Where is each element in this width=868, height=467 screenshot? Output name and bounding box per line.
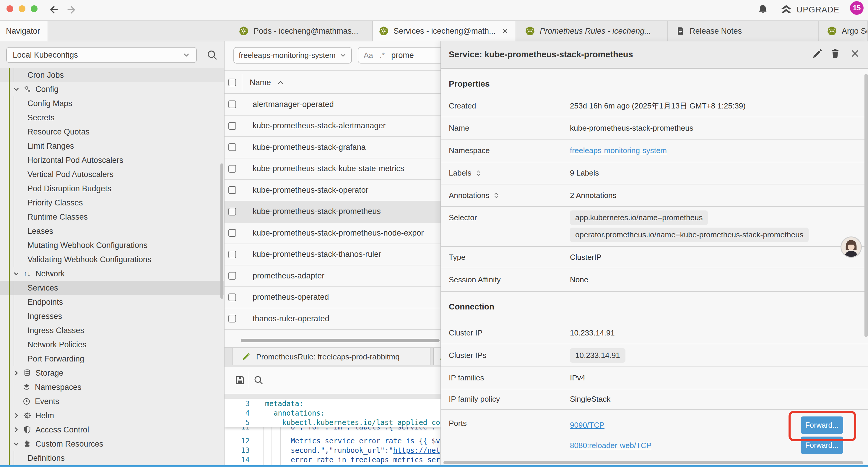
sidebar-item-helm[interactable]: Helm (0, 408, 224, 423)
editor-tab-prometheusrule[interactable]: PrometheusRule: freeleaps-prod-rabbitmq (232, 348, 430, 365)
upgrade-button[interactable]: UPGRADE (780, 4, 839, 16)
notifications-bell-icon[interactable] (757, 4, 769, 16)
kubeconfig-selector[interactable]: Local Kubeconfigs (6, 47, 197, 63)
row-checkbox[interactable] (228, 272, 236, 280)
chevron-down-icon[interactable] (12, 440, 20, 447)
edit-pencil-icon[interactable] (812, 49, 823, 59)
tab-release-notes[interactable]: Release Notes (670, 21, 819, 41)
sidebar-item-runtime-classes[interactable]: Runtime Classes (0, 210, 224, 224)
forward-arrow-icon[interactable] (66, 4, 78, 16)
table-row-prometheus-operated[interactable]: prometheus-operated (224, 287, 440, 309)
sidebar-item-network-policies[interactable]: Network Policies (0, 338, 224, 352)
namespace-selector[interactable]: freeleaps-monitoring-system (234, 47, 352, 63)
sidebar-item-ingresses[interactable]: Ingresses (0, 309, 224, 323)
table-row-thanos-ruler-operated[interactable]: thanos-ruler-operated (224, 308, 440, 330)
chevron-down-icon[interactable] (12, 270, 20, 277)
delete-trash-icon[interactable] (830, 49, 840, 59)
sidebar-item-network[interactable]: ↑↓Network (0, 267, 224, 281)
sidebar-item-config[interactable]: Config (0, 82, 224, 96)
sidebar-item-leases[interactable]: Leases (0, 224, 224, 238)
sidebar-item-custom-resources[interactable]: Custom Resources (0, 437, 224, 451)
port-link[interactable]: 9090/TCP (570, 420, 604, 430)
sidebar-item-cron-jobs[interactable]: Cron Jobs (0, 68, 224, 82)
row-checkbox[interactable] (228, 293, 236, 301)
editor-search-icon[interactable] (253, 375, 264, 385)
minimize-window-button[interactable] (19, 5, 25, 12)
tab-prometheus-rules-icecheng[interactable]: Prometheus Rules - icecheng... (519, 21, 668, 41)
select-all-checkbox[interactable] (228, 79, 236, 86)
table-row-kube-prometheus-stack-prometheus[interactable]: kube-prometheus-stack-prometheus (224, 201, 440, 223)
sidebar-item-pod-disruption-budgets[interactable]: Pod Disruption Budgets (0, 181, 224, 196)
sidebar-item-limit-ranges[interactable]: Limit Ranges (0, 139, 224, 153)
chevron-right-icon[interactable] (12, 370, 20, 377)
yaml-editor[interactable]: 3metadata:4annotations:5kubectl.kubernet… (224, 399, 440, 465)
sidebar-item-ingress-classes[interactable]: Ingress Classes (0, 323, 224, 338)
chevron-down-icon[interactable] (12, 86, 20, 93)
editor-tab-next[interactable] (433, 348, 440, 365)
sidebar-search-icon[interactable] (206, 49, 218, 61)
name-column-header[interactable]: Name (250, 71, 284, 94)
sort-icon[interactable] (494, 192, 498, 199)
tab-pods-icecheng-mathmas[interactable]: Pods - icecheng@mathmas... (233, 21, 373, 41)
table-row-kube-prometheus-stack-operator[interactable]: kube-prometheus-stack-operator (224, 180, 440, 201)
close-icon[interactable] (850, 49, 860, 59)
port-link[interactable]: 8080:reloader-web/TCP (570, 441, 651, 450)
row-checkbox[interactable] (228, 208, 236, 215)
table-row-kube-prometheus-stack-thanos-ruler[interactable]: kube-prometheus-stack-thanos-ruler (224, 244, 440, 266)
close-tab-icon[interactable] (502, 28, 508, 34)
regex-toggle[interactable]: .* (380, 51, 385, 60)
tree-guide-line (13, 281, 14, 366)
code-link[interactable]: https://net (393, 446, 440, 455)
row-checkbox[interactable] (228, 100, 236, 108)
sidebar-scrollbar[interactable] (220, 164, 223, 299)
row-checkbox[interactable] (228, 315, 236, 322)
navigator-panel-tab[interactable]: Navigator (0, 21, 48, 41)
row-checkbox[interactable] (228, 229, 236, 237)
sidebar-item-access-control[interactable]: Access Control (0, 423, 224, 437)
sidebar-item-namespaces[interactable]: Namespaces (0, 380, 224, 394)
notification-count-badge[interactable]: 15 (850, 1, 864, 15)
back-arrow-icon[interactable] (48, 4, 60, 16)
table-row-kube-prometheus-stack-kube-state-metrics[interactable]: kube-prometheus-stack-kube-state-metrics (224, 158, 440, 180)
detail-scrollbar[interactable] (864, 74, 868, 337)
sidebar-item-validating-webhook-configurations[interactable]: Validating Webhook Configurations (0, 253, 224, 267)
sidebar-item-port-forwarding[interactable]: Port Forwarding (0, 352, 224, 366)
close-window-button[interactable] (6, 5, 13, 12)
sidebar-item-storage[interactable]: Storage (0, 366, 224, 380)
table-row-kube-prometheus-stack-prometheus-node-expor[interactable]: kube-prometheus-stack-prometheus-node-ex… (224, 223, 440, 244)
sidebar-item-horizontal-pod-autoscalers[interactable]: Horizontal Pod Autoscalers (0, 153, 224, 167)
save-icon[interactable] (235, 375, 245, 385)
chevron-right-icon[interactable] (12, 412, 20, 419)
sidebar-item-priority-classes[interactable]: Priority Classes (0, 196, 224, 210)
sidebar-item-config-maps[interactable]: Config Maps (0, 96, 224, 111)
sidebar-item-secrets[interactable]: Secrets (0, 111, 224, 125)
table-row-kube-prometheus-stack-grafana[interactable]: kube-prometheus-stack-grafana (224, 137, 440, 158)
sidebar-item-definitions[interactable]: Definitions (0, 451, 224, 465)
detail-row-labels: Labels9 Labels (441, 162, 868, 184)
row-checkbox[interactable] (228, 165, 236, 173)
table-row-alertmanager-operated[interactable]: alertmanager-operated (224, 94, 440, 116)
row-checkbox[interactable] (228, 251, 236, 258)
table-row-kube-prometheus-stack-alertmanager[interactable]: kube-prometheus-stack-alertmanager (224, 116, 440, 137)
row-checkbox[interactable] (228, 186, 236, 194)
avatar[interactable] (840, 236, 862, 258)
sidebar-item-resource-quotas[interactable]: Resource Quotas (0, 125, 224, 139)
sidebar-item-endpoints[interactable]: Endpoints (0, 295, 224, 309)
row-checkbox[interactable] (228, 143, 236, 151)
sidebar-item-mutating-webhook-configurations[interactable]: Mutating Webhook Configurations (0, 238, 224, 253)
list-horizontal-scrollbar[interactable] (241, 339, 440, 342)
detail-horizontal-scrollbar[interactable] (443, 461, 863, 464)
namespace-link[interactable]: freeleaps-monitoring-system (570, 146, 667, 155)
table-row-prometheus-adapter[interactable]: prometheus-adapter (224, 265, 440, 287)
maximize-window-button[interactable] (31, 5, 37, 12)
sidebar-item-services[interactable]: Services (0, 281, 224, 295)
sidebar-item-vertical-pod-autoscalers[interactable]: Vertical Pod Autoscalers (0, 167, 224, 181)
filter-input[interactable]: Aa .* prome (358, 47, 440, 63)
sidebar-item-events[interactable]: Events (0, 394, 224, 408)
sort-icon[interactable] (476, 170, 481, 176)
tab-services-icecheng-math[interactable]: Services - icecheng@math... (373, 21, 516, 41)
chevron-right-icon[interactable] (12, 426, 20, 433)
row-checkbox[interactable] (228, 122, 236, 130)
tab-argo-se[interactable]: Argo Se (821, 21, 868, 41)
match-case-toggle[interactable]: Aa (364, 51, 373, 60)
